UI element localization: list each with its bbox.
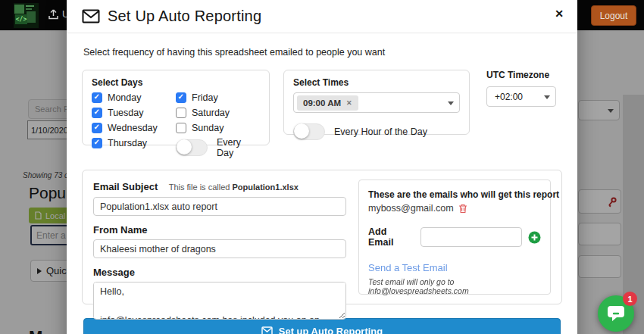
setup-auto-reporting-button[interactable]: Set up Auto Reporting: [83, 318, 561, 334]
day-row-monday[interactable]: Monday: [92, 92, 176, 104]
message-textarea[interactable]: Hello, info@lovespreadsheets.com has inc…: [93, 282, 346, 320]
day-row-friday[interactable]: Friday: [176, 92, 260, 104]
submit-label: Set up Auto Reporting: [279, 326, 383, 334]
envelope-icon: [261, 326, 273, 334]
schedule-row: Select Days Monday Friday Tuesday: [82, 70, 562, 145]
subject-helper: This file is called Population1.xlsx: [169, 183, 299, 192]
recipients-heading: These are the emails who will get this r…: [368, 189, 541, 200]
timezone-column: UTC Timezone +02:00: [486, 70, 556, 107]
recipient-row: myboss@gmail.com: [368, 203, 541, 214]
select-times-label: Select Times: [293, 77, 460, 88]
logo-block: [27, 11, 36, 23]
day-row-wednesday[interactable]: Wednesday: [92, 122, 176, 134]
day-label: Friday: [192, 92, 218, 103]
send-test-email-link[interactable]: Send a Test Email: [368, 262, 541, 273]
message-label: Message: [93, 267, 346, 278]
add-email-label: Add Email: [368, 226, 414, 248]
day-label: Saturday: [192, 108, 230, 118]
checkbox-monday[interactable]: [92, 92, 102, 103]
toggle-knob: [177, 139, 192, 155]
day-label: Monday: [108, 92, 141, 103]
logo-block: [26, 5, 34, 7]
subject-label: Email Subject: [93, 181, 158, 192]
test-email-note: Test email will only go to info@lovespre…: [368, 277, 541, 295]
every-hour-label: Every Hour of the Day: [334, 126, 427, 137]
checkbox-friday[interactable]: [176, 92, 186, 103]
select-days-label: Select Days: [92, 77, 260, 88]
email-form: Email Subject This file is called Popula…: [93, 179, 346, 295]
logo-code-glyph: </>: [15, 14, 27, 24]
chat-bubble-icon: [606, 304, 626, 323]
modal-title: Set Up Auto Reporting: [108, 8, 261, 25]
chat-unread-badge: 1: [623, 292, 637, 306]
app-logo-icon[interactable]: </>: [14, 3, 39, 28]
modal-footer: Set up Auto Reporting: [83, 318, 561, 334]
every-hour-row: Every Hour of the Day: [293, 123, 460, 140]
days-grid: Monday Friday Tuesday Saturday: [92, 92, 260, 158]
select-times-panel: Select Times 09:00 AM ✕ Every Hour of th…: [283, 70, 470, 135]
select-days-panel: Select Days Monday Friday Tuesday: [82, 70, 270, 145]
recipient-email: myboss@gmail.com: [368, 203, 454, 214]
modal-subtitle: Select frequency of having this spreadsh…: [83, 47, 562, 58]
envelope-icon: [82, 9, 100, 23]
close-icon[interactable]: ✕: [555, 8, 564, 20]
file-name: Population1.xlsx: [232, 183, 298, 192]
timezone-select[interactable]: +02:00: [486, 86, 556, 107]
add-email-row: Add Email: [368, 226, 541, 248]
every-day-label: Every Day: [217, 137, 260, 158]
upload-icon: [48, 9, 58, 20]
timezone-label: UTC Timezone: [486, 70, 556, 80]
every-day-toggle[interactable]: [176, 139, 208, 156]
day-label: Thursday: [108, 138, 147, 148]
day-row-thursday[interactable]: Thursday: [92, 137, 176, 149]
toggle-knob: [294, 123, 309, 139]
trash-icon[interactable]: [458, 204, 467, 214]
checkbox-saturday[interactable]: [176, 108, 186, 118]
chevron-down-icon: [544, 95, 550, 99]
every-hour-toggle[interactable]: [293, 123, 325, 140]
add-email-input[interactable]: [420, 227, 522, 247]
recipients-panel: These are the emails who will get this r…: [358, 179, 551, 295]
chevron-down-icon: [448, 101, 454, 105]
logo-block: [14, 5, 24, 14]
logout-button[interactable]: Logout: [591, 5, 636, 26]
times-multiselect[interactable]: 09:00 AM ✕: [293, 92, 460, 113]
checkbox-thursday[interactable]: [92, 138, 102, 148]
add-email-plus-icon[interactable]: [528, 231, 541, 244]
remove-time-icon[interactable]: ✕: [346, 99, 352, 107]
day-row-tuesday[interactable]: Tuesday: [92, 107, 176, 119]
logo-block: [26, 8, 32, 10]
modal-body: Select frequency of having this spreadsh…: [67, 33, 577, 334]
email-config-section: Email Subject This file is called Popula…: [82, 170, 562, 304]
checkbox-wednesday[interactable]: [92, 123, 102, 133]
day-row-saturday[interactable]: Saturday: [176, 107, 260, 119]
modal-header: Set Up Auto Reporting ✕: [67, 0, 577, 33]
time-tag: 09:00 AM ✕: [297, 95, 358, 111]
screen: Showing 73 of 7 Popula Local F Quicks M: [0, 0, 644, 334]
time-tag-value: 09:00 AM: [303, 98, 341, 108]
from-name-label: From Name: [93, 224, 346, 236]
day-row-sunday[interactable]: Sunday: [176, 122, 260, 134]
day-label: Tuesday: [108, 108, 143, 118]
from-name-input[interactable]: [93, 239, 346, 258]
day-label: Sunday: [192, 123, 224, 133]
subject-input[interactable]: [93, 197, 346, 216]
auto-reporting-modal: Set Up Auto Reporting ✕ Select frequency…: [67, 0, 577, 334]
chat-widget-button[interactable]: 1: [598, 295, 634, 332]
checkbox-sunday[interactable]: [176, 123, 186, 133]
day-label: Wednesday: [108, 123, 158, 133]
checkbox-tuesday[interactable]: [92, 108, 102, 118]
every-day-row: Every Day: [176, 137, 260, 158]
timezone-value: +02:00: [495, 92, 523, 102]
